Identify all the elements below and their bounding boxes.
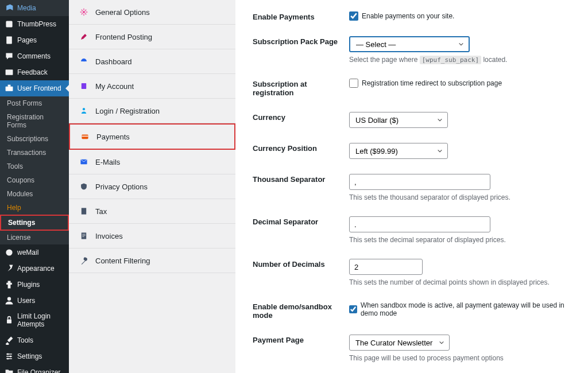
menu-comments[interactable]: Comments (0, 48, 69, 64)
gear-icon (79, 7, 88, 17)
subscription-pack-page-label: Subscription Pack Page (253, 36, 349, 46)
menu-user-frontend[interactable]: User Frontend (0, 80, 69, 96)
wemail-icon (5, 248, 14, 257)
submenu-post-forms[interactable]: Post Forms (0, 96, 69, 110)
svg-point-13 (83, 11, 85, 13)
comments-icon (5, 52, 14, 61)
tab-tax[interactable]: Tax (69, 199, 235, 224)
decimal-sep-label: Decimal Separator (253, 216, 349, 226)
currency-position-label: Currency Position (253, 143, 349, 153)
tab-general-options[interactable]: General Options (69, 0, 235, 25)
menu-appearance[interactable]: Appearance (0, 261, 69, 277)
menu-plugins[interactable]: Plugins (0, 277, 69, 293)
menu-wemail[interactable]: weMail (0, 244, 69, 261)
thousand-sep-label: Thousand Separator (253, 174, 349, 184)
plugins-icon (5, 280, 14, 289)
svg-rect-1 (6, 37, 12, 44)
submenu-help[interactable]: Help (0, 201, 69, 215)
file-icon (5, 368, 14, 373)
currency-select[interactable]: US Dollar ($) (349, 112, 448, 128)
subscription-at-reg-checkbox-row[interactable]: Registration time redirect to subscripti… (349, 79, 571, 88)
svg-rect-4 (8, 85, 11, 87)
sandbox-checkbox[interactable] (349, 305, 357, 314)
menu-thumbpress[interactable]: ThumbPress (0, 16, 69, 32)
currency-position-select[interactable]: Left ($99.99) (349, 143, 448, 159)
tab-login-registration[interactable]: Login / Registration (69, 99, 235, 123)
tab-content-filtering[interactable]: Content Filtering (69, 248, 235, 273)
thumbpress-icon (5, 20, 14, 29)
menu-media[interactable]: Media (0, 0, 69, 16)
subscription-pack-page-help: Select the page where [wpuf_sub_pack] lo… (349, 56, 571, 64)
enable-payments-checkbox[interactable] (349, 11, 358, 21)
decimal-sep-help: This sets the decimal separator of displ… (349, 236, 571, 244)
submenu-tools[interactable]: Tools (0, 160, 69, 173)
menu-users[interactable]: Users (0, 293, 69, 309)
thousand-sep-help: This sets the thousand separator of disp… (349, 193, 571, 201)
menu-label: User Frontend (17, 84, 61, 92)
tab-my-account[interactable]: My Account (69, 74, 235, 99)
tab-payments[interactable]: Payments (69, 123, 235, 150)
svg-rect-14 (82, 83, 86, 89)
settings-icon (5, 352, 14, 361)
tax-icon (79, 207, 88, 216)
post-icon (79, 32, 88, 41)
sandbox-label: Enable demo/sandbox mode (253, 301, 349, 320)
menu-tools[interactable]: Tools (0, 332, 69, 348)
admin-sidebar: MediaThumbPressPagesCommentsFeedback Use… (0, 0, 69, 373)
thousand-sep-input[interactable] (349, 174, 490, 190)
payments-icon (80, 132, 90, 141)
enable-payments-checkbox-row[interactable]: Enable payments on your site. (349, 11, 571, 21)
submenu-coupons[interactable]: Coupons (0, 173, 69, 187)
svg-point-5 (6, 249, 12, 255)
tab-privacy-options[interactable]: Privacy Options (69, 174, 235, 199)
menu-settings[interactable]: Settings (0, 348, 69, 364)
num-decimals-label: Number of Decimals (253, 259, 349, 269)
limit-icon (5, 316, 14, 325)
account-icon (79, 81, 88, 91)
svg-rect-17 (82, 136, 88, 137)
payment-page-select[interactable]: The Curator Newsletter (349, 335, 450, 351)
svg-rect-19 (82, 208, 86, 214)
submenu-modules[interactable]: Modules (0, 187, 69, 201)
tab-dashboard[interactable]: Dashboard (69, 49, 235, 74)
subscription-at-reg-checkbox[interactable] (349, 79, 358, 88)
login-icon (79, 106, 88, 115)
privacy-icon (79, 182, 88, 191)
enable-payments-label: Enable Payments (253, 11, 349, 21)
invoices-icon (79, 231, 88, 240)
svg-rect-0 (6, 21, 12, 27)
tab-invoices[interactable]: Invoices (69, 224, 235, 248)
tab-e-mails[interactable]: E-Mails (69, 150, 235, 174)
users-icon (5, 296, 14, 305)
svg-rect-20 (82, 232, 86, 239)
svg-rect-3 (6, 87, 13, 91)
submenu-transactions[interactable]: Transactions (0, 146, 69, 160)
currency-label: Currency (253, 112, 349, 122)
subscription-at-reg-label: Subscription at registration (253, 79, 349, 97)
menu-feedback[interactable]: Feedback (0, 64, 69, 80)
submenu-settings[interactable]: Settings (0, 215, 69, 231)
num-decimals-input[interactable] (349, 259, 423, 275)
payment-page-label: Payment Page (253, 335, 349, 344)
sandbox-checkbox-row[interactable]: When sandbox mode is active, all payment… (349, 301, 571, 317)
submenu-registration-forms[interactable]: Registration Forms (0, 110, 69, 132)
filter-icon (79, 256, 88, 265)
appearance-icon (5, 264, 14, 273)
submenu-license[interactable]: License (0, 231, 69, 244)
num-decimals-help: This sets the number of decimal points s… (349, 278, 571, 286)
admin-submenu: Post FormsRegistration FormsSubscription… (0, 96, 69, 244)
submenu-subscriptions[interactable]: Subscriptions (0, 132, 69, 146)
subscription-pack-page-select[interactable]: — Select — (349, 36, 470, 52)
settings-tabs-column: General OptionsFrontend PostingDashboard… (69, 0, 235, 373)
svg-point-10 (7, 358, 9, 359)
svg-point-6 (7, 297, 11, 301)
media-icon (5, 3, 14, 13)
settings-form: Enable Payments Enable payments on your … (235, 0, 588, 373)
svg-rect-16 (82, 135, 88, 139)
payment-page-help: This page will be used to process paymen… (349, 354, 571, 362)
tab-frontend-posting[interactable]: Frontend Posting (69, 25, 235, 49)
menu-limit-login-attempts[interactable]: Limit Login Attempts (0, 309, 69, 332)
menu-file-organizer[interactable]: File Organizer (0, 364, 69, 373)
menu-pages[interactable]: Pages (0, 32, 69, 48)
decimal-sep-input[interactable] (349, 216, 490, 232)
